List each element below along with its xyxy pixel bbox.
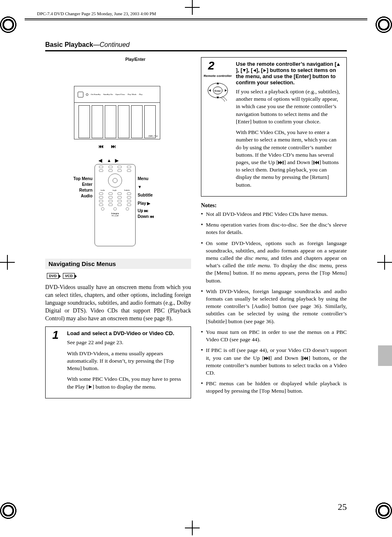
section-continued: —Continued [93,41,130,48]
note-item: With DVD-Videos, foreign language soundt… [201,288,347,325]
svg-marker-16 [315,161,317,164]
label-return: Return [70,188,92,192]
svg-marker-6 [209,89,211,92]
crop-cross-icon [0,255,15,271]
remote-sketch: AudioAngleSubtitle Integra RC-xxxM [95,164,136,246]
svg-marker-7 [225,89,227,92]
step-1: 1 Load and select a DVD-Video or Video C… [45,326,191,398]
step-number: 2 [201,58,221,72]
subheading-navigating: Navigating Disc Menus [45,259,191,269]
step1-p1: See page 22 and page 23. [67,339,187,346]
svg-marker-19 [266,356,268,360]
unit-sketch: On/Standby Standby/On Open/Close Play Mo… [74,86,160,139]
svg-rect-20 [269,356,270,360]
svg-rect-14 [283,161,284,164]
left-triangle-icon [253,69,256,72]
svg-marker-11 [263,69,266,72]
nav-right-icon: ▶ [115,158,118,163]
notes-list: Not all DVD-Videos and PBC Video CDs hav… [201,211,347,395]
svg-marker-10 [253,69,256,72]
nav-up-icon: ▲ [107,158,111,163]
step1-p3: With some PBC Video CDs, you may have to… [67,375,187,390]
label-audio: Audio [70,194,92,198]
svg-marker-9 [243,69,246,72]
note-item: You must turn on PBC in order to use the… [201,329,347,343]
remote-controller-hint: Remote controller Enter [201,72,234,102]
label-top-menu: Top Menu [70,176,92,181]
svg-rect-15 [314,161,314,164]
intro-paragraph: DVD-Videos usually have an onscreen menu… [45,284,191,322]
note-item: Not all DVD-Videos and PBC Video CDs hav… [201,211,347,218]
svg-marker-12 [278,161,280,164]
svg-marker-0 [89,385,92,389]
skip-next-icon [264,356,270,360]
svg-marker-13 [280,161,282,164]
up-triangle-icon [337,62,340,66]
note-item: On some DVD-Videos, options such as fore… [201,240,347,285]
label-play: Play ▶ [138,201,150,206]
skip-next-icon: ⏭ [111,144,116,149]
enter-pad-icon: Enter [208,80,228,101]
section-title: Basic Playback [45,41,93,48]
header-rule [25,19,367,21]
label-play-enter: Play/Enter [125,57,145,62]
play-icon [88,385,92,389]
note-item: PBC menus can be hidden or displayed whi… [201,380,347,395]
step1-lead: Load and select a DVD-Video or Video CD. [67,330,187,336]
label-up: Up ⏭ [138,208,148,213]
page-tab-mark [378,345,392,366]
crop-mark-icon [376,16,392,35]
svg-text:Enter: Enter [214,90,221,92]
note-item: If PBC is off (see page 44), or your Vid… [201,347,347,377]
step-2: 2 Remote controller Enter [201,57,347,197]
crop-cross-icon [185,521,200,537]
badge-vcd: VCD [63,273,75,279]
crop-mark-icon [376,502,392,521]
step1-p2: With DVD-Videos, a menu usually appears … [67,350,187,373]
crop-cross-icon [377,255,392,271]
label-enter: Enter [70,182,92,187]
svg-marker-23 [306,356,308,360]
step2-p1: If you select a playback option (e.g., s… [236,88,342,125]
crop-cross-icon [185,0,200,16]
step2-lead: Use the remote controller’s navigation [… [236,61,342,86]
device-diagram: Play/Enter On/Standby Standby/On Open/Cl… [45,57,191,250]
skip-prev-icon [302,356,308,360]
svg-marker-17 [317,161,319,164]
skip-prev-icon [314,161,319,164]
nav-down-icon: ▼ [138,185,142,189]
skip-next-icon [278,161,284,164]
step2-p2: With PBC Video CDs, you have to enter a … [236,129,342,189]
section-header: Basic Playback—Continued [45,41,347,51]
crop-mark-icon [0,16,16,35]
down-triangle-icon [242,69,246,72]
right-triangle-icon [263,69,267,72]
label-menu: Menu [138,176,148,181]
crop-mark-icon [0,502,16,521]
svg-marker-8 [337,63,340,66]
skip-prev-icon: ⏮ [99,144,104,149]
svg-marker-22 [304,356,306,360]
nav-left-icon: ◀ [99,158,102,163]
label-down: Down ⏮ [138,214,154,219]
svg-rect-21 [302,356,303,360]
page-number: 25 [338,502,347,512]
notes-heading: Notes: [201,202,347,209]
svg-marker-18 [264,356,266,360]
label-subtitle: Subtitle [138,193,153,197]
badge-dvd: DVD [47,273,59,279]
note-item: Menu operation varies from disc-to-disc.… [201,221,347,236]
document-meta: DPC-7.4 DVD Changer Page 25 Monday, June… [37,11,156,16]
step-number: 1 [46,327,65,398]
